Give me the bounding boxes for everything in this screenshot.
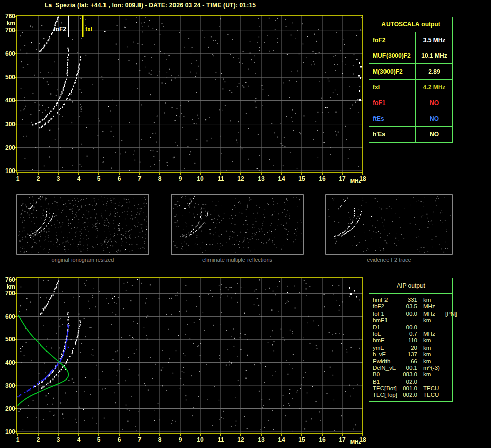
aip-param-unit: km: [423, 351, 445, 358]
x-tick-label: 4: [77, 175, 81, 182]
thumbnail-evidence: [326, 195, 452, 254]
x-tick-label: 10: [197, 436, 204, 443]
thumbnail-evidence-border: [326, 195, 452, 254]
autoscala-param-value: 4.2 MHz: [416, 80, 452, 95]
thumbnail-eliminate: [171, 195, 303, 254]
x-tick-label: 7: [138, 175, 142, 182]
autoscala-report-screen: foF2fxI123456789101112131415161718MHz760…: [0, 0, 491, 448]
aip-param-unit: km: [423, 358, 445, 365]
x-tick-label: 4: [77, 436, 81, 443]
aip-row-hme: hmE110km: [373, 337, 452, 344]
ionogram-plot-echo-traces: [32, 17, 81, 129]
aip-param-name: h_vE: [373, 351, 402, 358]
x-tick-label: 8: [158, 436, 162, 443]
aip-param-value: 083.0: [402, 371, 417, 378]
marker-label-fxi: fxI: [85, 26, 92, 33]
aip-param-unit: MHz: [423, 331, 445, 337]
aip-param-unit: km: [423, 297, 445, 303]
thumbnail-caption-original: original ionogram resized: [17, 257, 149, 263]
autoscala-param-value: 2.89: [416, 64, 452, 79]
autoscala-row-fxi: fxI4.2 MHz: [369, 80, 452, 95]
x-tick-label: 10: [197, 175, 204, 182]
y-tick-label: 700: [5, 290, 15, 297]
aip-row-d1: D100.0: [373, 324, 452, 331]
ionogram-plot-noise: [20, 17, 362, 171]
x-tick-label: 12: [237, 175, 244, 182]
aip-row-b0: B0083.0km: [373, 371, 452, 378]
autoscala-param-value: 3.5 MHz: [416, 32, 452, 48]
autoscala-row-hes: h'EsNO: [369, 127, 452, 142]
ionogram-plot: foF2fxI123456789101112131415161718MHz760…: [5, 13, 366, 184]
aip-table-body: hmF2331kmfoF203.5MHzfoF100.0MHz[PN]hmF1-…: [369, 294, 452, 399]
aip-param-unit: TECU: [423, 385, 445, 392]
aip-param-name: TEC[Top]: [373, 392, 402, 398]
thumbnail-eliminate-border: [171, 195, 303, 254]
aip-row-hve: h_vE137km: [373, 351, 452, 358]
autoscala-param-value: NO: [416, 95, 452, 111]
x-tick-label: 9: [179, 175, 182, 182]
x-tick-label: 9: [179, 436, 182, 443]
x-tick-label: 5: [97, 175, 101, 182]
y-tick-label: 100: [5, 167, 15, 175]
aip-row-hmf1: hmF1---km: [373, 317, 452, 324]
aip-row-b1: B102.0: [373, 378, 452, 385]
x-tick-label: 14: [278, 436, 285, 443]
autoscala-param-label: M(3000)F2: [369, 64, 416, 79]
autoscala-param-value: 10.1 MHz: [416, 48, 452, 63]
x-tick-label: 6: [118, 175, 121, 182]
aip-param-unit: MHz: [423, 303, 445, 310]
aip-param-value: 20: [402, 344, 417, 351]
x-tick-label: 16: [319, 436, 326, 443]
aip-param-name: DelN_vE: [373, 365, 402, 371]
x-tick-label: 11: [218, 175, 224, 182]
aip-param-value: ---: [402, 317, 417, 324]
page-title: La_Spezia (lat: +44.1 , lon: 009.8) - DA…: [45, 2, 256, 9]
y-tick-label: 400: [5, 359, 15, 366]
x-tick-label: 3: [57, 175, 60, 182]
y-tick-label: 100: [5, 428, 15, 435]
y-tick-label: 300: [5, 121, 15, 128]
y-tick-label: 600: [5, 50, 15, 57]
y-tick-label: 600: [5, 313, 15, 320]
aip-param-unit: TECU: [423, 392, 445, 398]
aip-param-value: 002.0: [402, 392, 417, 398]
x-tick-label: 8: [158, 175, 162, 182]
aip-param-unit: km: [423, 371, 445, 378]
aip-param-unit: km: [423, 344, 445, 351]
x-tick-label: 11: [218, 436, 224, 443]
y-tick-label: 500: [5, 336, 15, 343]
y-tick-label: 700: [5, 27, 15, 34]
ionogram-plot-border: [17, 15, 363, 173]
y-tick-label: 760: [5, 276, 15, 283]
x-tick-label: 6: [118, 436, 121, 443]
aip-row-yme: ymE20km: [373, 344, 452, 351]
x-tick-label: 7: [138, 436, 142, 443]
aip-param-name: foF2: [373, 303, 402, 310]
autoscala-output-table: AUTOSCALA output foF23.5 MHzMUF(3000)F21…: [369, 17, 453, 143]
aip-row-tectop: TEC[Top]002.0TECU: [373, 392, 452, 398]
profile-plot-grid: [17, 278, 363, 434]
ionogram-plot-grid: [17, 15, 363, 173]
aip-param-unit: km: [423, 317, 445, 324]
aip-param-value: 137: [402, 351, 417, 358]
x-tick-label: 17: [339, 436, 346, 443]
x-tick-label: 2: [37, 436, 40, 443]
x-axis-unit-label: MHz: [350, 178, 361, 184]
x-tick-label: 15: [298, 436, 305, 443]
x-tick-label: 1: [16, 436, 20, 443]
marker-fxi: fxI: [83, 15, 92, 37]
x-tick-label: 12: [237, 436, 244, 443]
aip-output-table: AIP output hmF2331kmfoF203.5MHzfoF100.0M…: [369, 278, 453, 402]
y-tick-label: 400: [5, 97, 15, 104]
thumbnail-original: [17, 195, 149, 254]
x-axis-unit-label: MHz: [350, 439, 361, 445]
aip-param-note: [PN]: [445, 311, 457, 317]
autoscala-param-label: foF1: [369, 95, 416, 111]
y-tick-label: 760: [5, 13, 15, 20]
aip-param-value: 00.1: [402, 365, 417, 371]
aip-param-unit: [423, 378, 445, 385]
x-tick-label: 13: [258, 175, 265, 182]
aip-row-fof1: foF100.0MHz[PN]: [373, 311, 452, 317]
x-tick-label: 13: [258, 436, 265, 443]
y-axis-unit-label: km: [7, 283, 15, 290]
